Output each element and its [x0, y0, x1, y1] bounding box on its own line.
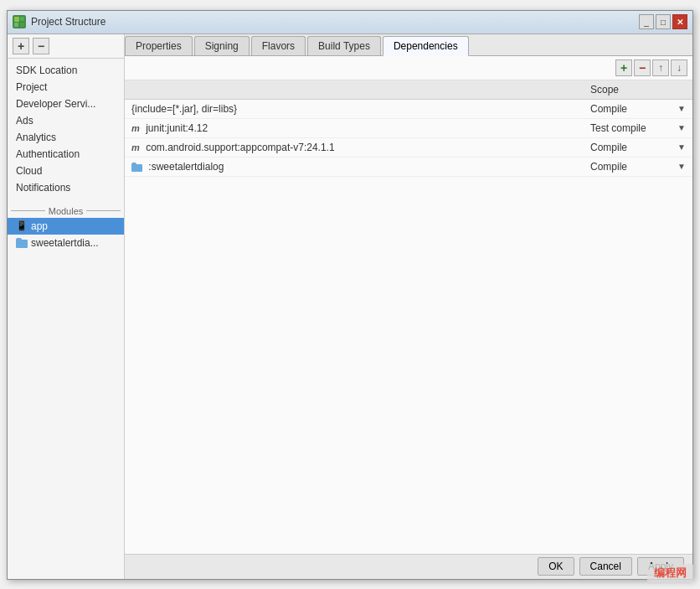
- modules-section-title: Modules: [8, 204, 124, 218]
- maven-icon: m: [131, 123, 140, 133]
- tabs-bar: Properties Signing Flavors Build Types D…: [125, 34, 692, 56]
- dependencies-toolbar: + − ↑ ↓: [125, 56, 692, 80]
- ok-button[interactable]: OK: [538, 557, 574, 576]
- dep-item-name: com.android.support:appcompat-v7:24.1.1: [146, 142, 334, 153]
- dep-scope-value: Test compile: [590, 122, 676, 134]
- module-item-app-label: app: [31, 220, 48, 232]
- title-bar-text: Project Structure: [31, 16, 639, 28]
- module-item-app[interactable]: 📱 app: [8, 218, 124, 235]
- table-row[interactable]: m junit:junit:4.12 Test compile ▼: [125, 118, 692, 137]
- app-icon: [13, 15, 26, 28]
- dep-scope-value: Compile: [590, 103, 676, 115]
- dep-scope-cell: Test compile ▼: [584, 118, 692, 137]
- sidebar-item-cloud[interactable]: Cloud: [8, 163, 124, 179]
- table-row[interactable]: m com.android.support:appcompat-v7:24.1.…: [125, 137, 692, 157]
- sidebar-remove-button[interactable]: −: [33, 38, 49, 54]
- svg-rect-3: [20, 23, 24, 27]
- tab-build-types[interactable]: Build Types: [307, 36, 381, 55]
- close-button[interactable]: ✕: [672, 14, 687, 29]
- dep-item-name: junit:junit:4.12: [146, 122, 208, 134]
- sidebar-item-sdk-location[interactable]: SDK Location: [8, 62, 124, 79]
- svg-rect-2: [14, 23, 18, 27]
- watermark: 编程网: [647, 564, 693, 582]
- svg-rect-1: [20, 17, 24, 21]
- title-bar-controls: _ □ ✕: [639, 14, 687, 29]
- dep-item-name: {include=[*.jar], dir=libs}: [131, 103, 237, 115]
- maximize-button[interactable]: □: [656, 14, 671, 29]
- dep-name-cell: :sweetalertdialog: [125, 157, 584, 176]
- table-row[interactable]: :sweetalertdialog Compile ▼: [125, 157, 692, 176]
- table-row[interactable]: {include=[*.jar], dir=libs} Compile ▼: [125, 99, 692, 118]
- dependencies-table-container: Scope {include=[*.jar], dir=libs}: [125, 80, 692, 554]
- sidebar-item-developer-services[interactable]: Developer Servi...: [8, 96, 124, 112]
- dep-scope-cell: Compile ▼: [584, 137, 692, 157]
- dep-scope-cell: Compile ▼: [584, 157, 692, 176]
- scope-dropdown-arrow[interactable]: ▼: [677, 123, 686, 132]
- minimize-button[interactable]: _: [639, 14, 654, 29]
- tab-dependencies[interactable]: Dependencies: [383, 36, 469, 56]
- sidebar-item-notifications[interactable]: Notifications: [8, 179, 124, 196]
- sidebar-item-ads[interactable]: Ads: [8, 112, 124, 129]
- scope-dropdown-arrow[interactable]: ▼: [677, 104, 686, 113]
- content-area: + − SDK Location Project Developer Servi…: [8, 34, 692, 579]
- sidebar: + − SDK Location Project Developer Servi…: [8, 34, 125, 579]
- dep-item-name: :sweetalertdialog: [148, 161, 224, 173]
- module-item-sweetalert[interactable]: sweetalertdia...: [8, 235, 124, 251]
- scope-dropdown-arrow[interactable]: ▼: [677, 142, 686, 152]
- main-panel: Properties Signing Flavors Build Types D…: [125, 34, 692, 579]
- scope-dropdown-arrow[interactable]: ▼: [677, 162, 686, 171]
- app-module-icon: 📱: [16, 220, 28, 231]
- sidebar-item-authentication[interactable]: Authentication: [8, 146, 124, 163]
- maven-icon: m: [131, 142, 140, 152]
- dep-scope-header: Scope: [584, 80, 692, 100]
- dep-name-cell: m junit:junit:4.12: [125, 118, 584, 137]
- dep-remove-button[interactable]: −: [634, 59, 651, 76]
- cancel-button[interactable]: Cancel: [579, 557, 632, 576]
- sidebar-item-project[interactable]: Project: [8, 79, 124, 96]
- dep-name-header: [125, 80, 584, 100]
- dep-scope-value: Compile: [590, 161, 676, 173]
- bottom-bar: OK Cancel Apply: [125, 554, 692, 579]
- dependencies-table: Scope {include=[*.jar], dir=libs}: [125, 80, 692, 177]
- tab-flavors[interactable]: Flavors: [251, 36, 306, 55]
- module-item-sweetalert-label: sweetalertdia...: [31, 237, 99, 249]
- svg-rect-0: [14, 17, 19, 22]
- dep-move-up-button[interactable]: ↑: [652, 59, 669, 76]
- dep-add-button[interactable]: +: [615, 59, 632, 76]
- tab-signing[interactable]: Signing: [194, 36, 250, 55]
- dep-name-cell: {include=[*.jar], dir=libs}: [125, 99, 584, 118]
- dep-scope-value: Compile: [590, 142, 676, 153]
- title-bar: Project Structure _ □ ✕: [8, 11, 692, 34]
- dependencies-panel: + − ↑ ↓ Scope: [125, 56, 692, 554]
- project-structure-window: Project Structure _ □ ✕ + − SDK Location…: [7, 10, 693, 580]
- modules-section: Modules 📱 app sweetalertdia...: [8, 204, 124, 251]
- sidebar-toolbar: + −: [8, 34, 124, 59]
- module-folder-icon: [131, 163, 142, 172]
- tab-properties[interactable]: Properties: [125, 36, 193, 55]
- sidebar-item-analytics[interactable]: Analytics: [8, 129, 124, 146]
- dep-scope-cell: Compile ▼: [584, 99, 692, 118]
- module-folder-icon: [16, 238, 28, 248]
- dep-move-down-button[interactable]: ↓: [671, 59, 687, 76]
- dep-name-cell: m com.android.support:appcompat-v7:24.1.…: [125, 137, 584, 157]
- sidebar-add-button[interactable]: +: [13, 38, 29, 54]
- sidebar-nav: SDK Location Project Developer Servi... …: [8, 59, 124, 199]
